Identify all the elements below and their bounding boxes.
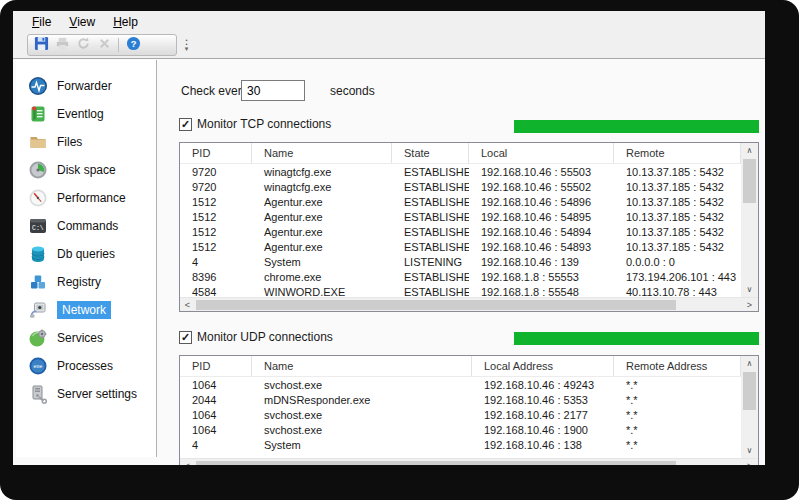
interval-input[interactable] bbox=[241, 80, 305, 101]
files-icon bbox=[28, 132, 48, 152]
table-cell-local-address: 192.168.10.46 : 138 bbox=[472, 439, 614, 451]
chevron-down-icon: ▾ bbox=[185, 46, 189, 52]
table-cell-name: winagtcfg.exe bbox=[252, 181, 392, 193]
scroll-up-icon[interactable]: ∧ bbox=[741, 143, 758, 158]
toolbar-overflow[interactable]: •• ▾ bbox=[181, 34, 192, 56]
column-header-remote-address[interactable]: Remote Address bbox=[614, 356, 741, 376]
table-cell-remote: 10.13.37.185 : 5432 bbox=[614, 166, 741, 178]
table-cell-name: mDNSResponder.exe bbox=[252, 394, 472, 406]
tcp-vertical-scrollbar[interactable]: ∧ ∨ bbox=[741, 143, 758, 297]
column-header-pid[interactable]: PID bbox=[180, 143, 252, 163]
table-row[interactable]: 1512Agentur.exeESTABLISHED192.168.10.46 … bbox=[180, 224, 741, 239]
table-cell-pid: 1064 bbox=[180, 424, 252, 436]
udp-horizontal-scrollbar[interactable]: < > bbox=[180, 458, 758, 465]
menu-item-view[interactable]: View bbox=[60, 12, 104, 32]
tcp-horizontal-scrollbar[interactable]: < > bbox=[180, 297, 758, 311]
sidebar-item-registry[interactable]: Registry bbox=[16, 268, 156, 296]
table-cell-pid: 1512 bbox=[180, 241, 252, 253]
sidebar-item-db-queries[interactable]: Db queries bbox=[16, 240, 156, 268]
table-cell-pid: 1512 bbox=[180, 211, 252, 223]
sidebar-item-services[interactable]: Services bbox=[16, 324, 156, 352]
udp-table-header: PIDNameLocal AddressRemote Address bbox=[180, 356, 741, 377]
table-row[interactable]: 9720winagtcfg.exeESTABLISHED192.168.10.4… bbox=[180, 179, 741, 194]
scrollbar-thumb[interactable] bbox=[743, 372, 756, 410]
table-cell-name: System bbox=[252, 439, 472, 451]
column-header-local[interactable]: Local bbox=[469, 143, 614, 163]
scroll-left-icon[interactable]: < bbox=[180, 459, 195, 465]
menu-item-help[interactable]: Help bbox=[104, 12, 147, 32]
sidebar-item-label: Performance bbox=[57, 191, 126, 205]
udp-vertical-scrollbar[interactable]: ∧ ∨ bbox=[741, 356, 758, 458]
tcp-monitor-checkbox[interactable]: ✓ bbox=[179, 118, 192, 131]
disk-space-icon bbox=[28, 160, 48, 180]
table-row[interactable]: 1064svchost.exe192.168.10.46 : 2177*.* bbox=[180, 407, 741, 422]
tcp-table: PIDNameStateLocalRemote 9720winagtcfg.ex… bbox=[179, 142, 759, 312]
seconds-label: seconds bbox=[330, 84, 375, 98]
table-cell-state: LISTENING bbox=[392, 256, 469, 268]
table-cell-remote: 10.13.37.185 : 5432 bbox=[614, 241, 741, 253]
table-cell-pid: 4584 bbox=[180, 286, 252, 298]
scrollbar-thumb[interactable] bbox=[743, 159, 756, 203]
sidebar-item-forwarder[interactable]: Forwarder bbox=[16, 72, 156, 100]
table-row[interactable]: 4System192.168.10.46 : 138*.* bbox=[180, 437, 741, 452]
scroll-right-icon[interactable]: > bbox=[742, 298, 757, 312]
table-row[interactable]: 2044mDNSResponder.exe192.168.10.46 : 535… bbox=[180, 392, 741, 407]
column-header-name[interactable]: Name bbox=[252, 356, 472, 376]
scroll-up-icon[interactable]: ∧ bbox=[741, 356, 758, 371]
sidebar-item-disk-space[interactable]: Disk space bbox=[16, 156, 156, 184]
sidebar-item-label: Services bbox=[57, 331, 103, 345]
scroll-right-icon[interactable]: > bbox=[742, 459, 757, 465]
db-queries-icon bbox=[28, 244, 48, 264]
sidebar-item-network[interactable]: Network bbox=[16, 296, 156, 324]
scrollbar-thumb[interactable] bbox=[196, 461, 676, 465]
table-cell-name: svchost.exe bbox=[252, 409, 472, 421]
save-button[interactable] bbox=[31, 36, 51, 54]
table-cell-local-address: 192.168.10.46 : 5353 bbox=[472, 394, 614, 406]
performance-icon bbox=[28, 188, 48, 208]
table-cell-state: ESTABLISHED bbox=[392, 271, 469, 283]
scroll-down-icon[interactable]: ∨ bbox=[741, 443, 758, 458]
svg-text:?: ? bbox=[130, 38, 136, 48]
table-row[interactable]: 9720winagtcfg.exeESTABLISHED192.168.10.4… bbox=[180, 164, 741, 179]
table-row[interactable]: 1064svchost.exe192.168.10.46 : 1900*.* bbox=[180, 422, 741, 437]
table-row[interactable]: 1512Agentur.exeESTABLISHED192.168.10.46 … bbox=[180, 209, 741, 224]
scrollbar-thumb[interactable] bbox=[196, 300, 676, 310]
table-cell-state: ESTABLISHED bbox=[392, 181, 469, 193]
table-cell-name: System bbox=[252, 256, 392, 268]
table-cell-pid: 2044 bbox=[180, 394, 252, 406]
scroll-left-icon[interactable]: < bbox=[180, 298, 195, 312]
column-header-remote[interactable]: Remote bbox=[614, 143, 741, 163]
udp-monitor-checkbox[interactable]: ✓ bbox=[179, 331, 192, 344]
table-row[interactable]: 4SystemLISTENING192.168.10.46 : 1390.0.0… bbox=[180, 254, 741, 269]
sidebar-item-files[interactable]: Files bbox=[16, 128, 156, 156]
sidebar-item-commands[interactable]: C:\Commands bbox=[16, 212, 156, 240]
table-row[interactable]: 8396chrome.exeESTABLISHED192.168.1.8 : 5… bbox=[180, 269, 741, 284]
scroll-down-icon[interactable]: ∨ bbox=[741, 282, 758, 297]
table-cell-local: 192.168.10.46 : 55502 bbox=[469, 181, 614, 193]
table-row[interactable]: 4584WINWORD.EXEESTABLISHED192.168.1.8 : … bbox=[180, 284, 741, 297]
refresh-icon bbox=[76, 36, 91, 55]
help-button[interactable]: ? bbox=[123, 36, 143, 54]
check-icon: ✓ bbox=[181, 119, 190, 130]
sidebar-item-eventlog[interactable]: Eventlog bbox=[16, 100, 156, 128]
menu-item-file[interactable]: File bbox=[23, 12, 60, 32]
udp-monitor-row: ✓ Monitor UDP connections bbox=[179, 330, 333, 344]
sidebar-item-label: Db queries bbox=[57, 247, 115, 261]
sidebar-item-performance[interactable]: Performance bbox=[16, 184, 156, 212]
column-header-pid[interactable]: PID bbox=[180, 356, 252, 376]
table-row[interactable]: 1512Agentur.exeESTABLISHED192.168.10.46 … bbox=[180, 194, 741, 209]
print-icon bbox=[55, 36, 70, 55]
table-cell-name: Agentur.exe bbox=[252, 211, 392, 223]
save-icon bbox=[34, 36, 49, 55]
table-row[interactable]: 1064svchost.exe192.168.10.46 : 49243*.* bbox=[180, 377, 741, 392]
table-cell-name: Agentur.exe bbox=[252, 241, 392, 253]
table-cell-local: 192.168.10.46 : 54896 bbox=[469, 196, 614, 208]
column-header-local-address[interactable]: Local Address bbox=[472, 356, 614, 376]
content-panel: Check every seconds ✓ Monitor TCP connec… bbox=[158, 60, 765, 465]
column-header-name[interactable]: Name bbox=[252, 143, 392, 163]
column-header-state[interactable]: State bbox=[392, 143, 469, 163]
table-cell-remote-address: *.* bbox=[614, 409, 741, 421]
sidebar-item-server-settings[interactable]: Server settings bbox=[16, 380, 156, 408]
table-row[interactable]: 1512Agentur.exeESTABLISHED192.168.10.46 … bbox=[180, 239, 741, 254]
sidebar-item-processes[interactable]: exeProcesses bbox=[16, 352, 156, 380]
